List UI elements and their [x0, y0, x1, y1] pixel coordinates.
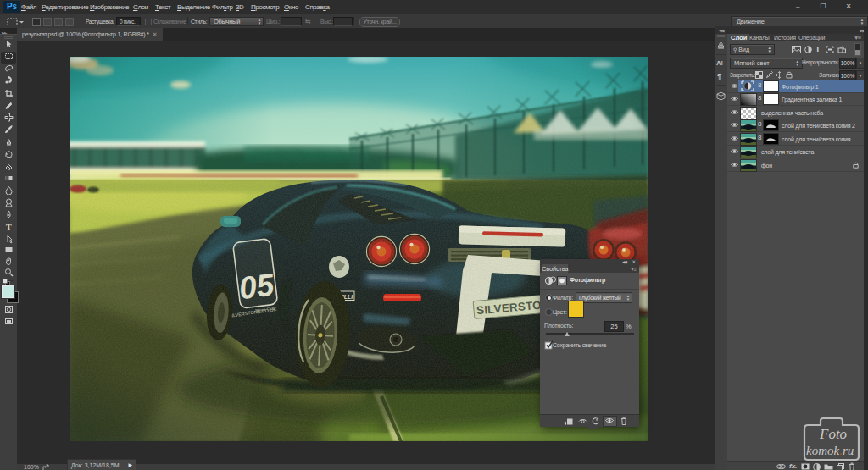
- svg-text:komok.ru: komok.ru: [806, 444, 854, 457]
- svg-text:Foto: Foto: [819, 426, 847, 442]
- svg-text:T: T: [6, 223, 12, 232]
